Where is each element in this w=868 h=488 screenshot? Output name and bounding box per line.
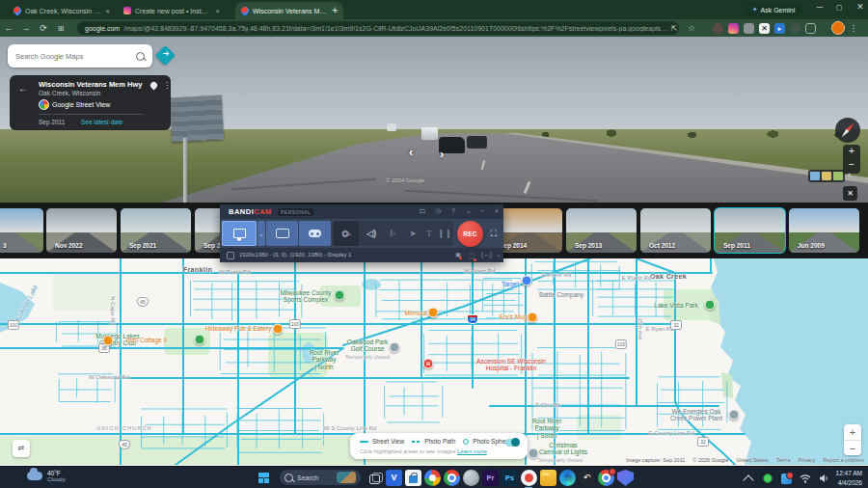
record-screen-icon[interactable]: ⿴ xyxy=(469,251,475,260)
file-explorer-icon[interactable] xyxy=(540,470,556,486)
poi-marker-icon[interactable] xyxy=(529,448,539,459)
share-icon[interactable]: ⇱ xyxy=(665,24,683,33)
coverage-toggle[interactable] xyxy=(505,439,520,447)
poi-marker-icon[interactable] xyxy=(273,324,284,335)
instagram-extension-icon[interactable] xyxy=(728,23,739,34)
device-recording-mode-button[interactable] xyxy=(266,221,298,246)
record-video-icon[interactable]: ▣ xyxy=(455,251,461,258)
ms-store-icon[interactable] xyxy=(405,470,421,486)
poi-marker-icon[interactable] xyxy=(390,342,400,353)
window-minimize-button[interactable]: ─ xyxy=(812,2,827,12)
region-checkbox[interactable] xyxy=(227,252,234,259)
microphone-muted-icon[interactable]: 𝄆ₓ xyxy=(384,221,403,246)
pause-icon[interactable]: ❙❙ xyxy=(438,221,451,246)
open-folder-icon[interactable]: 🗀 xyxy=(417,207,428,214)
place-menu-kebab[interactable]: ⋮ xyxy=(163,81,171,90)
photoshop-icon[interactable] xyxy=(502,470,518,486)
security-tray-icon[interactable] xyxy=(781,473,793,484)
screen-recording-mode-button[interactable] xyxy=(222,221,257,246)
extensions-puzzle-icon[interactable] xyxy=(790,23,800,34)
mouse-effect-icon[interactable]: ➤ xyxy=(405,221,420,246)
profile-avatar[interactable] xyxy=(831,21,845,35)
learn-more-link[interactable]: Learn more xyxy=(457,448,487,454)
poi-marker-icon[interactable] xyxy=(705,300,716,311)
wifi-icon[interactable] xyxy=(800,473,811,484)
poi-marker-icon[interactable] xyxy=(103,336,114,346)
street-view-zoom-control[interactable]: +− xyxy=(843,145,860,174)
google-earth-icon[interactable] xyxy=(463,470,479,486)
pin-icon[interactable] xyxy=(149,81,159,91)
v-app-icon[interactable] xyxy=(386,470,402,486)
weather-widget[interactable]: 40°F Cloudy xyxy=(27,470,66,482)
start-button[interactable] xyxy=(258,473,269,483)
pin-down-icon[interactable]: ⌄ xyxy=(463,207,475,215)
extension-icon[interactable] xyxy=(744,23,754,34)
bandicam-title-bar[interactable]: BANDICAM PERSONAL 🗀 ◷ ? ⌄ − × xyxy=(220,204,503,219)
poi-marker-icon[interactable] xyxy=(335,290,345,301)
x-extension-icon[interactable]: ✕ xyxy=(759,23,770,34)
taskbar-clock[interactable]: 12:47 AM 4/4/2026 xyxy=(836,469,862,488)
bandicam-app-icon[interactable] xyxy=(521,470,537,486)
timeline-thumb[interactable]: Sep 2011 xyxy=(715,208,785,253)
street-view-forward-arrow[interactable]: › xyxy=(440,147,444,161)
poi-marker-icon[interactable] xyxy=(729,410,740,420)
poi-marker-icon[interactable] xyxy=(428,308,439,318)
security-shield-icon[interactable] xyxy=(617,470,634,486)
coverage-map[interactable]: FranklinOak CreekMuskego LakeW Puetz RdW… xyxy=(0,258,868,465)
help-icon[interactable]: ? xyxy=(448,207,459,214)
edge-icon[interactable] xyxy=(559,470,576,486)
new-tab-button[interactable]: + xyxy=(332,4,338,15)
back-arrow-icon[interactable]: ← xyxy=(18,83,28,94)
imagery-thumbnails[interactable] xyxy=(808,170,845,182)
region-size-icon[interactable]: (↔) xyxy=(481,251,492,258)
compass-control[interactable] xyxy=(835,118,860,143)
see-latest-date-link[interactable]: See latest date xyxy=(81,119,122,125)
poi-marker-icon[interactable] xyxy=(522,276,532,286)
footer-link[interactable]: Privacy xyxy=(798,457,815,463)
back-button[interactable]: ← xyxy=(0,23,17,33)
text-overlay-icon[interactable]: T xyxy=(422,221,436,246)
video-extension-icon[interactable]: ▸ xyxy=(774,23,785,34)
chrome-icon[interactable] xyxy=(444,470,460,486)
search-icon[interactable] xyxy=(136,52,145,61)
footer-link[interactable]: Report a problem xyxy=(824,457,865,463)
tab-instagram[interactable]: Create new post • Instagram× xyxy=(118,2,226,19)
bandicam-close-icon[interactable]: × xyxy=(491,207,502,214)
bandicam-window[interactable]: BANDICAM PERSONAL 🗀 ◷ ? ⌄ − × ⌄ ⏣ₓ ◁) 𝄆ₓ xyxy=(220,204,503,262)
tab-groups-icon[interactable]: ⊞ xyxy=(52,24,69,33)
tab-close-icon[interactable]: × xyxy=(105,7,110,15)
imagery-thumb[interactable] xyxy=(822,172,831,180)
bandicam-minimize-icon[interactable]: − xyxy=(476,207,488,214)
imagery-thumb[interactable] xyxy=(810,172,820,180)
imagery-toggle-button[interactable]: ⇄ xyxy=(13,440,30,457)
imagery-thumb[interactable] xyxy=(833,172,843,180)
timeline-thumb[interactable]: Nov 2022 xyxy=(46,208,117,253)
poi-marker-icon[interactable] xyxy=(528,312,538,323)
map-zoom-out[interactable]: − xyxy=(844,441,861,456)
timeline-thumb[interactable]: Sep 2021 xyxy=(121,208,191,253)
expand-chevron-icon[interactable]: ⌄ xyxy=(496,251,501,258)
premiere-icon[interactable] xyxy=(482,470,499,486)
reload-button[interactable]: ⟳ xyxy=(35,23,52,33)
tab-close-icon[interactable]: × xyxy=(215,7,220,15)
mode-dropdown-arrow[interactable]: ⌄ xyxy=(258,221,265,246)
footer-link[interactable]: Terms xyxy=(775,457,790,463)
collapse-chevrons-icon[interactable]: « xyxy=(845,173,854,176)
photos-icon[interactable] xyxy=(424,470,441,486)
window-maximize-button[interactable]: ▢ xyxy=(831,4,847,12)
game-recording-mode-button[interactable] xyxy=(299,221,331,246)
timeline-thumb[interactable]: Oct 2012 xyxy=(640,208,711,253)
timeline-thumb[interactable]: Sep 2013 xyxy=(566,208,637,253)
window-close-button[interactable]: ✕ xyxy=(853,2,868,12)
tray-chevron-up-icon[interactable] xyxy=(745,473,756,484)
address-bar[interactable]: google.com/maps/@42.8483929,-87.9470458,… xyxy=(77,21,679,35)
map-zoom-control[interactable]: + − xyxy=(844,424,861,455)
screenshot-camera-icon[interactable]: ⛶ xyxy=(486,221,502,246)
volume-icon[interactable] xyxy=(818,473,829,484)
tab-oak-creek[interactable]: Oak Creek, Wisconsin - Googl× xyxy=(8,2,116,19)
schedule-clock-icon[interactable]: ◷ xyxy=(432,207,444,215)
task-view-icon[interactable] xyxy=(366,470,383,486)
browser-badge-icon[interactable] xyxy=(598,470,614,486)
extension-icon[interactable] xyxy=(713,23,723,34)
timeline-thumb[interactable]: Jun 2009 xyxy=(789,208,859,253)
